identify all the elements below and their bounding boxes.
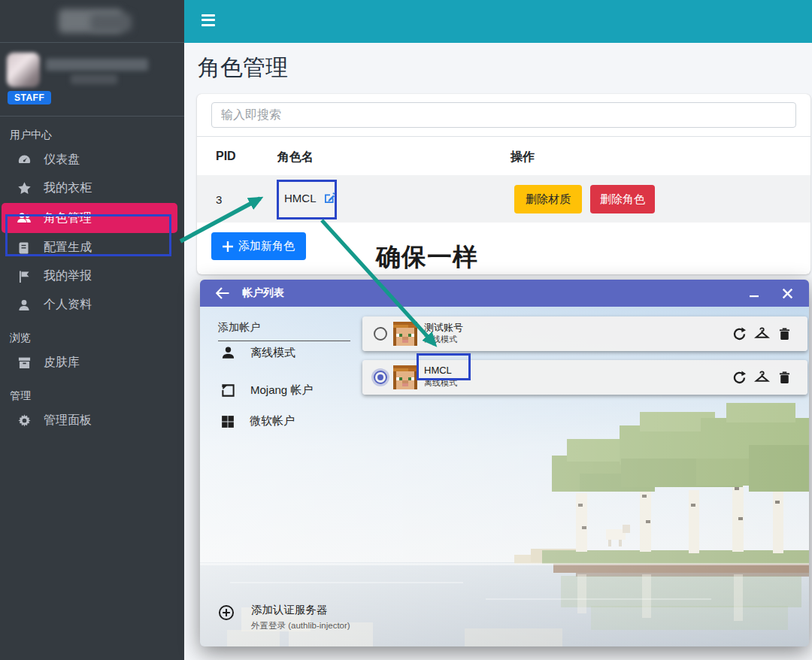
delete-texture-button[interactable]: 删除材质 bbox=[514, 185, 582, 213]
add-auth-server-sub: 外置登录 (authlib-injector) bbox=[251, 620, 350, 631]
radio-selected[interactable] bbox=[374, 371, 387, 384]
search-input[interactable] bbox=[211, 102, 796, 128]
account-type: 离线模式 bbox=[424, 377, 457, 389]
offline-mode-item[interactable]: 离线模式 bbox=[221, 346, 295, 360]
account-row-hmcl[interactable]: HMCL 离线模式 bbox=[362, 360, 807, 395]
edit-icon[interactable] bbox=[323, 191, 336, 204]
sidebar-item-config-generation[interactable]: 配置生成 bbox=[2, 234, 177, 262]
archive-icon bbox=[17, 356, 32, 371]
minecraft-avatar bbox=[393, 365, 417, 389]
delete-icon[interactable] bbox=[775, 325, 793, 343]
skin-hanger-icon[interactable] bbox=[753, 325, 771, 343]
cell-pid: 3 bbox=[216, 193, 222, 206]
delete-icon[interactable] bbox=[775, 368, 793, 386]
delete-character-button[interactable]: 删除角色 bbox=[590, 185, 655, 213]
account-type: 离线模式 bbox=[424, 334, 457, 345]
table-header: PID 角色名 操作 bbox=[197, 136, 810, 175]
window-titlebar: 帐户列表 bbox=[200, 280, 809, 307]
star-icon bbox=[17, 181, 32, 196]
account-row-test[interactable]: 测试账号 离线模式 bbox=[362, 316, 807, 351]
back-icon[interactable] bbox=[214, 284, 232, 302]
user-icon bbox=[17, 298, 32, 313]
add-account-label: 添加帐户 bbox=[218, 321, 350, 341]
nav-section-user-center: 用户中心 bbox=[0, 117, 184, 145]
book-icon bbox=[17, 241, 32, 256]
sidebar: STAFF 用户中心 仪表盘 我的衣柜 角色管理 配置生成 我的举报 bbox=[0, 0, 184, 660]
character-card: PID 角色名 操作 3 HMCL 删除材质 删除角色 添加新角色 bbox=[197, 94, 810, 274]
radio-unselected[interactable] bbox=[374, 327, 387, 341]
nav-section-admin: 管理 bbox=[0, 377, 184, 406]
menu-toggle-icon[interactable] bbox=[201, 14, 215, 26]
table-row: 3 HMCL 删除材质 删除角色 bbox=[197, 175, 810, 223]
cell-character-name: HMCL bbox=[284, 191, 336, 204]
handwritten-note: 确保一样 bbox=[376, 241, 478, 274]
account-name: 测试账号 bbox=[424, 321, 463, 335]
gauge-icon bbox=[17, 153, 32, 168]
circle-plus-icon bbox=[218, 604, 235, 631]
sidebar-item-profile[interactable]: 个人资料 bbox=[2, 291, 177, 319]
mojang-icon bbox=[221, 383, 235, 398]
hmcl-account-window: 帐户列表 添加帐户 离线模式 Mojang 帐户 微软帐户 bbox=[200, 280, 809, 646]
sidebar-item-closet[interactable]: 我的衣柜 bbox=[2, 174, 177, 202]
avatar bbox=[7, 53, 40, 87]
user-panel: STAFF bbox=[0, 43, 184, 117]
col-pid: PID bbox=[216, 150, 236, 163]
page-title: 角色管理 bbox=[198, 53, 288, 83]
minecraft-avatar bbox=[393, 322, 417, 346]
sidebar-item-my-reports[interactable]: 我的举报 bbox=[2, 262, 177, 290]
close-icon[interactable] bbox=[776, 283, 798, 304]
gear-icon bbox=[17, 413, 32, 428]
add-auth-server-item[interactable]: 添加认证服务器 外置登录 (authlib-injector) bbox=[218, 603, 350, 631]
redacted-username bbox=[46, 59, 148, 71]
plus-icon bbox=[223, 241, 233, 252]
brand-area[interactable] bbox=[0, 0, 184, 43]
add-character-button[interactable]: 添加新角色 bbox=[211, 232, 306, 260]
add-auth-server-label: 添加认证服务器 bbox=[251, 603, 350, 617]
skin-hanger-icon[interactable] bbox=[753, 368, 771, 386]
status-badge: STAFF bbox=[8, 91, 51, 104]
person-icon bbox=[221, 346, 235, 360]
sidebar-item-character-management[interactable]: 角色管理 bbox=[2, 203, 177, 233]
topbar bbox=[184, 0, 812, 43]
microsoft-icon bbox=[221, 415, 235, 428]
refresh-icon[interactable] bbox=[730, 325, 748, 343]
refresh-icon[interactable] bbox=[730, 368, 748, 386]
redacted-subtext bbox=[71, 74, 117, 84]
window-title: 帐户列表 bbox=[242, 286, 284, 300]
nav-section-browse: 浏览 bbox=[0, 319, 184, 348]
flag-icon bbox=[17, 269, 32, 284]
microsoft-account-item[interactable]: 微软帐户 bbox=[221, 414, 295, 428]
col-name: 角色名 bbox=[277, 150, 314, 165]
sidebar-item-skin-library[interactable]: 皮肤库 bbox=[2, 349, 177, 377]
col-actions: 操作 bbox=[511, 150, 535, 165]
sidebar-item-dashboard[interactable]: 仪表盘 bbox=[2, 146, 177, 174]
users-icon bbox=[17, 210, 32, 226]
account-name: HMCL bbox=[424, 365, 452, 376]
sidebar-item-admin-panel[interactable]: 管理面板 bbox=[2, 407, 177, 434]
minimize-icon[interactable] bbox=[743, 283, 765, 304]
mojang-account-item[interactable]: Mojang 帐户 bbox=[221, 383, 313, 398]
